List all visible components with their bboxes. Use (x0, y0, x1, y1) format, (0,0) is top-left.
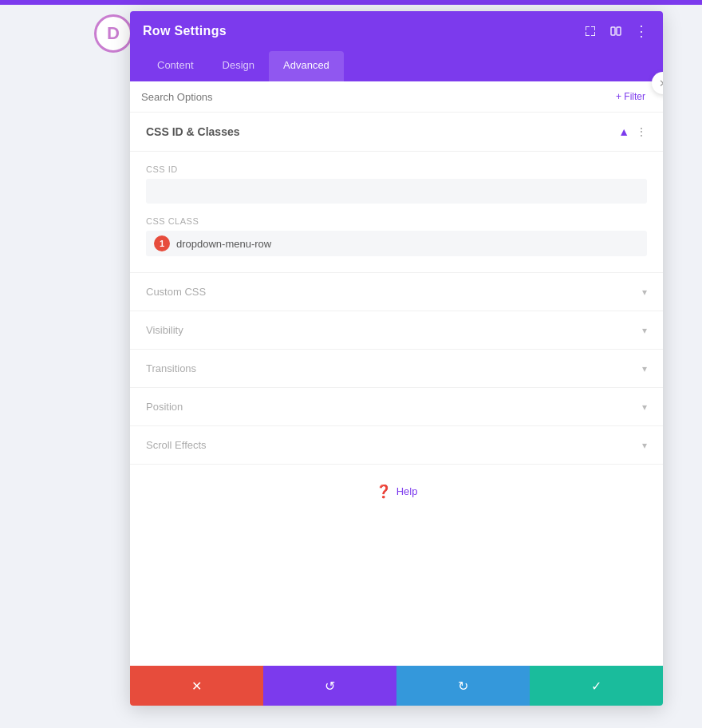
modal-header-icons: ⋮ (582, 22, 650, 40)
save-button[interactable]: ✓ (530, 666, 663, 706)
transitions-label: Transitions (146, 362, 196, 374)
collapse-icon[interactable]: ▲ (618, 125, 629, 138)
transitions-chevron: ▾ (642, 363, 647, 374)
top-bar (0, 0, 702, 5)
visibility-chevron: ▾ (642, 325, 647, 336)
tab-design[interactable]: Design (208, 51, 269, 81)
help-area: ❓ Help (130, 465, 663, 518)
columns-icon[interactable] (607, 22, 625, 40)
tab-advanced[interactable]: Advanced (269, 51, 344, 81)
position-label: Position (146, 401, 183, 413)
custom-css-label: Custom CSS (146, 286, 206, 298)
css-class-field: 1 dropdown-menu-row (146, 231, 647, 256)
filter-label: + Filter (616, 91, 645, 102)
modal-header: Row Settings ⋮ (130, 11, 663, 51)
help-icon: ❓ (376, 484, 392, 499)
modal-tabs: Content Design Advanced (130, 51, 663, 81)
svg-rect-1 (586, 26, 586, 30)
css-id-classes-title: CSS ID & Classes (146, 125, 240, 138)
section-more-icon[interactable]: ⋮ (636, 125, 647, 138)
svg-rect-7 (594, 32, 595, 36)
fullscreen-icon[interactable] (582, 22, 599, 40)
svg-rect-8 (611, 27, 615, 35)
css-fields-area: CSS ID CSS Class 1 dropdown-menu-row (130, 152, 663, 273)
divi-letter: D (107, 23, 120, 44)
css-id-classes-header: CSS ID & Classes ▲ ⋮ (130, 113, 663, 152)
section-header-icons: ▲ ⋮ (618, 125, 647, 138)
css-class-badge: 1 (154, 235, 170, 251)
modal-body: CSS ID & Classes ▲ ⋮ CSS ID CSS Class 1 … (130, 113, 663, 666)
svg-rect-9 (617, 27, 621, 35)
action-bar: ✕ ↺ ↻ ✓ (130, 666, 663, 706)
tab-content[interactable]: Content (143, 51, 208, 81)
search-input[interactable] (141, 91, 609, 103)
css-class-label: CSS Class (146, 216, 647, 226)
scroll-effects-section[interactable]: Scroll Effects ▾ (130, 426, 663, 465)
search-bar: + Filter (130, 81, 663, 113)
row-settings-modal: Row Settings ⋮ (130, 11, 663, 706)
css-class-value: dropdown-menu-row (176, 238, 271, 250)
scroll-effects-chevron: ▾ (642, 440, 647, 451)
visibility-label: Visibility (146, 324, 183, 336)
more-options-icon[interactable]: ⋮ (633, 22, 650, 40)
undo-button[interactable]: ↺ (263, 666, 396, 706)
position-chevron: ▾ (642, 402, 647, 413)
redo-button[interactable]: ↻ (396, 666, 530, 706)
modal-title: Row Settings (143, 24, 227, 38)
filter-button[interactable]: + Filter (609, 88, 652, 105)
scroll-effects-label: Scroll Effects (146, 439, 207, 451)
cancel-button[interactable]: ✕ (130, 666, 263, 706)
transitions-section[interactable]: Transitions ▾ (130, 350, 663, 388)
css-id-label: CSS ID (146, 164, 647, 174)
svg-rect-3 (594, 26, 595, 30)
position-section[interactable]: Position ▾ (130, 388, 663, 426)
custom-css-chevron: ▾ (642, 287, 647, 298)
svg-rect-5 (586, 32, 586, 36)
custom-css-section[interactable]: Custom CSS ▾ (130, 273, 663, 311)
visibility-section[interactable]: Visibility ▾ (130, 311, 663, 350)
css-id-input[interactable] (146, 179, 647, 204)
divi-logo: D (94, 14, 132, 53)
help-link[interactable]: Help (396, 485, 418, 497)
